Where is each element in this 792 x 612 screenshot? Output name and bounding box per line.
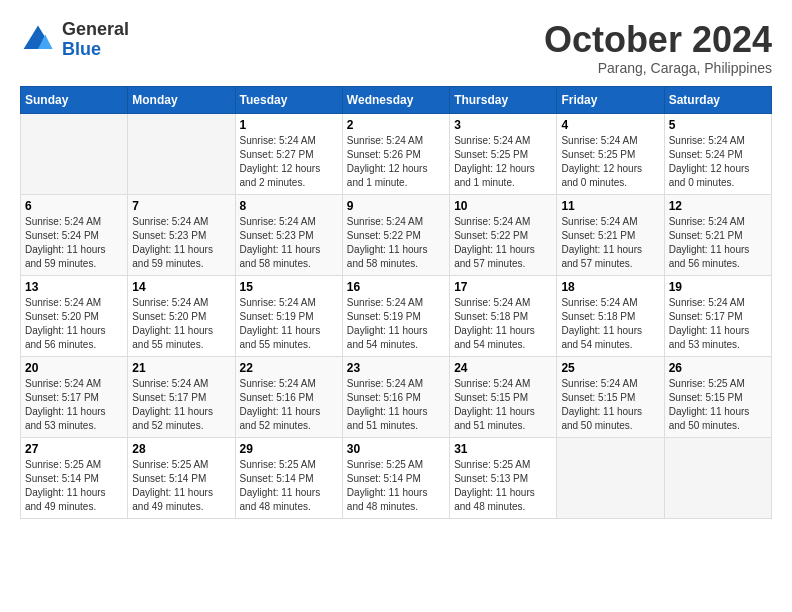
calendar-cell: 20Sunrise: 5:24 AM Sunset: 5:17 PM Dayli… bbox=[21, 356, 128, 437]
calendar-cell: 10Sunrise: 5:24 AM Sunset: 5:22 PM Dayli… bbox=[450, 194, 557, 275]
calendar-cell: 26Sunrise: 5:25 AM Sunset: 5:15 PM Dayli… bbox=[664, 356, 771, 437]
day-detail: Sunrise: 5:25 AM Sunset: 5:15 PM Dayligh… bbox=[669, 377, 767, 433]
day-number: 11 bbox=[561, 199, 659, 213]
day-number: 15 bbox=[240, 280, 338, 294]
calendar-week-3: 13Sunrise: 5:24 AM Sunset: 5:20 PM Dayli… bbox=[21, 275, 772, 356]
day-number: 19 bbox=[669, 280, 767, 294]
title-block: October 2024 Parang, Caraga, Philippines bbox=[544, 20, 772, 76]
day-detail: Sunrise: 5:24 AM Sunset: 5:27 PM Dayligh… bbox=[240, 134, 338, 190]
day-number: 24 bbox=[454, 361, 552, 375]
calendar-week-4: 20Sunrise: 5:24 AM Sunset: 5:17 PM Dayli… bbox=[21, 356, 772, 437]
day-detail: Sunrise: 5:25 AM Sunset: 5:13 PM Dayligh… bbox=[454, 458, 552, 514]
day-number: 16 bbox=[347, 280, 445, 294]
day-number: 21 bbox=[132, 361, 230, 375]
day-detail: Sunrise: 5:25 AM Sunset: 5:14 PM Dayligh… bbox=[240, 458, 338, 514]
calendar-header: SundayMondayTuesdayWednesdayThursdayFrid… bbox=[21, 86, 772, 113]
calendar-cell: 31Sunrise: 5:25 AM Sunset: 5:13 PM Dayli… bbox=[450, 437, 557, 518]
day-number: 30 bbox=[347, 442, 445, 456]
day-number: 13 bbox=[25, 280, 123, 294]
calendar-cell: 2Sunrise: 5:24 AM Sunset: 5:26 PM Daylig… bbox=[342, 113, 449, 194]
calendar-cell: 6Sunrise: 5:24 AM Sunset: 5:24 PM Daylig… bbox=[21, 194, 128, 275]
weekday-header-wednesday: Wednesday bbox=[342, 86, 449, 113]
logo-general: General bbox=[62, 20, 129, 40]
day-number: 1 bbox=[240, 118, 338, 132]
day-detail: Sunrise: 5:24 AM Sunset: 5:19 PM Dayligh… bbox=[347, 296, 445, 352]
logo-blue: Blue bbox=[62, 40, 129, 60]
day-number: 25 bbox=[561, 361, 659, 375]
day-number: 12 bbox=[669, 199, 767, 213]
day-number: 4 bbox=[561, 118, 659, 132]
logo-icon bbox=[20, 22, 56, 58]
calendar-cell: 7Sunrise: 5:24 AM Sunset: 5:23 PM Daylig… bbox=[128, 194, 235, 275]
day-detail: Sunrise: 5:24 AM Sunset: 5:16 PM Dayligh… bbox=[240, 377, 338, 433]
calendar-cell bbox=[664, 437, 771, 518]
day-number: 3 bbox=[454, 118, 552, 132]
weekday-header-row: SundayMondayTuesdayWednesdayThursdayFrid… bbox=[21, 86, 772, 113]
day-detail: Sunrise: 5:24 AM Sunset: 5:17 PM Dayligh… bbox=[25, 377, 123, 433]
location: Parang, Caraga, Philippines bbox=[544, 60, 772, 76]
day-number: 23 bbox=[347, 361, 445, 375]
day-detail: Sunrise: 5:25 AM Sunset: 5:14 PM Dayligh… bbox=[347, 458, 445, 514]
calendar-cell: 21Sunrise: 5:24 AM Sunset: 5:17 PM Dayli… bbox=[128, 356, 235, 437]
day-detail: Sunrise: 5:24 AM Sunset: 5:18 PM Dayligh… bbox=[454, 296, 552, 352]
day-detail: Sunrise: 5:24 AM Sunset: 5:18 PM Dayligh… bbox=[561, 296, 659, 352]
day-detail: Sunrise: 5:24 AM Sunset: 5:20 PM Dayligh… bbox=[132, 296, 230, 352]
day-detail: Sunrise: 5:25 AM Sunset: 5:14 PM Dayligh… bbox=[132, 458, 230, 514]
weekday-header-saturday: Saturday bbox=[664, 86, 771, 113]
calendar-cell: 24Sunrise: 5:24 AM Sunset: 5:15 PM Dayli… bbox=[450, 356, 557, 437]
month-title: October 2024 bbox=[544, 20, 772, 60]
day-detail: Sunrise: 5:24 AM Sunset: 5:21 PM Dayligh… bbox=[669, 215, 767, 271]
calendar-cell: 25Sunrise: 5:24 AM Sunset: 5:15 PM Dayli… bbox=[557, 356, 664, 437]
day-number: 31 bbox=[454, 442, 552, 456]
calendar-cell: 28Sunrise: 5:25 AM Sunset: 5:14 PM Dayli… bbox=[128, 437, 235, 518]
day-number: 17 bbox=[454, 280, 552, 294]
calendar-cell: 8Sunrise: 5:24 AM Sunset: 5:23 PM Daylig… bbox=[235, 194, 342, 275]
calendar-cell: 12Sunrise: 5:24 AM Sunset: 5:21 PM Dayli… bbox=[664, 194, 771, 275]
day-detail: Sunrise: 5:24 AM Sunset: 5:25 PM Dayligh… bbox=[561, 134, 659, 190]
calendar-cell: 27Sunrise: 5:25 AM Sunset: 5:14 PM Dayli… bbox=[21, 437, 128, 518]
calendar-cell: 9Sunrise: 5:24 AM Sunset: 5:22 PM Daylig… bbox=[342, 194, 449, 275]
day-number: 6 bbox=[25, 199, 123, 213]
weekday-header-sunday: Sunday bbox=[21, 86, 128, 113]
day-detail: Sunrise: 5:24 AM Sunset: 5:20 PM Dayligh… bbox=[25, 296, 123, 352]
day-number: 10 bbox=[454, 199, 552, 213]
day-number: 9 bbox=[347, 199, 445, 213]
calendar-cell: 16Sunrise: 5:24 AM Sunset: 5:19 PM Dayli… bbox=[342, 275, 449, 356]
calendar-cell: 19Sunrise: 5:24 AM Sunset: 5:17 PM Dayli… bbox=[664, 275, 771, 356]
weekday-header-friday: Friday bbox=[557, 86, 664, 113]
calendar-cell bbox=[128, 113, 235, 194]
day-number: 7 bbox=[132, 199, 230, 213]
calendar-cell: 17Sunrise: 5:24 AM Sunset: 5:18 PM Dayli… bbox=[450, 275, 557, 356]
calendar-cell: 15Sunrise: 5:24 AM Sunset: 5:19 PM Dayli… bbox=[235, 275, 342, 356]
day-detail: Sunrise: 5:24 AM Sunset: 5:17 PM Dayligh… bbox=[669, 296, 767, 352]
day-number: 22 bbox=[240, 361, 338, 375]
day-detail: Sunrise: 5:24 AM Sunset: 5:23 PM Dayligh… bbox=[132, 215, 230, 271]
calendar-cell bbox=[21, 113, 128, 194]
day-detail: Sunrise: 5:24 AM Sunset: 5:21 PM Dayligh… bbox=[561, 215, 659, 271]
logo: General Blue bbox=[20, 20, 129, 60]
day-detail: Sunrise: 5:24 AM Sunset: 5:16 PM Dayligh… bbox=[347, 377, 445, 433]
calendar-cell: 18Sunrise: 5:24 AM Sunset: 5:18 PM Dayli… bbox=[557, 275, 664, 356]
day-detail: Sunrise: 5:24 AM Sunset: 5:24 PM Dayligh… bbox=[25, 215, 123, 271]
day-detail: Sunrise: 5:24 AM Sunset: 5:15 PM Dayligh… bbox=[561, 377, 659, 433]
day-number: 27 bbox=[25, 442, 123, 456]
day-number: 26 bbox=[669, 361, 767, 375]
calendar-cell: 30Sunrise: 5:25 AM Sunset: 5:14 PM Dayli… bbox=[342, 437, 449, 518]
calendar-cell: 29Sunrise: 5:25 AM Sunset: 5:14 PM Dayli… bbox=[235, 437, 342, 518]
calendar-week-5: 27Sunrise: 5:25 AM Sunset: 5:14 PM Dayli… bbox=[21, 437, 772, 518]
page-header: General Blue October 2024 Parang, Caraga… bbox=[20, 20, 772, 76]
day-number: 8 bbox=[240, 199, 338, 213]
calendar-cell: 23Sunrise: 5:24 AM Sunset: 5:16 PM Dayli… bbox=[342, 356, 449, 437]
calendar-body: 1Sunrise: 5:24 AM Sunset: 5:27 PM Daylig… bbox=[21, 113, 772, 518]
day-detail: Sunrise: 5:24 AM Sunset: 5:15 PM Dayligh… bbox=[454, 377, 552, 433]
day-detail: Sunrise: 5:24 AM Sunset: 5:17 PM Dayligh… bbox=[132, 377, 230, 433]
calendar-cell: 4Sunrise: 5:24 AM Sunset: 5:25 PM Daylig… bbox=[557, 113, 664, 194]
weekday-header-tuesday: Tuesday bbox=[235, 86, 342, 113]
day-detail: Sunrise: 5:24 AM Sunset: 5:25 PM Dayligh… bbox=[454, 134, 552, 190]
calendar-cell: 13Sunrise: 5:24 AM Sunset: 5:20 PM Dayli… bbox=[21, 275, 128, 356]
day-detail: Sunrise: 5:24 AM Sunset: 5:26 PM Dayligh… bbox=[347, 134, 445, 190]
calendar-cell: 1Sunrise: 5:24 AM Sunset: 5:27 PM Daylig… bbox=[235, 113, 342, 194]
calendar-cell: 5Sunrise: 5:24 AM Sunset: 5:24 PM Daylig… bbox=[664, 113, 771, 194]
weekday-header-monday: Monday bbox=[128, 86, 235, 113]
day-number: 2 bbox=[347, 118, 445, 132]
